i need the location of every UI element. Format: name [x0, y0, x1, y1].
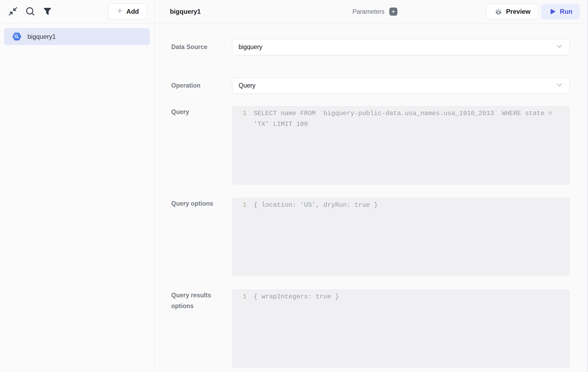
field-row-data-source: Data Source bigquery — [171, 39, 570, 55]
query-code-editor[interactable]: 1 SELECT name FROM `bigquery-public-data… — [232, 106, 570, 184]
query-options-text: { location: 'US', dryRun: true } — [247, 200, 569, 211]
search-button[interactable] — [24, 6, 36, 18]
search-icon — [25, 6, 36, 18]
query-editor-panel: bigquery1 Parameters — [154, 0, 588, 372]
editor-header: bigquery1 Parameters — [154, 0, 588, 23]
preview-button[interactable]: Preview — [486, 4, 539, 19]
collapse-sidebar-button[interactable] — [7, 6, 19, 18]
chevron-down-icon — [555, 42, 564, 52]
query-results-options-editor[interactable]: 1 { wrapIntegers: true } — [232, 290, 570, 368]
query-options-editor[interactable]: 1 { location: 'US', dryRun: true } — [232, 198, 570, 276]
add-button-label: Add — [126, 8, 139, 15]
operation-select[interactable]: Query — [232, 77, 570, 94]
page-title: bigquery1 — [170, 8, 201, 15]
operation-value: Query — [239, 82, 256, 89]
line-number: 1 — [232, 291, 247, 302]
chevron-down-icon — [555, 81, 564, 91]
filter-icon — [42, 6, 52, 17]
field-row-query-results-options: Query results options 1 { wrapIntegers: … — [171, 290, 570, 368]
add-parameter-button[interactable] — [389, 8, 397, 16]
bigquery-icon — [12, 32, 22, 41]
plus-icon — [391, 9, 396, 14]
run-button[interactable]: Run — [541, 4, 580, 19]
query-sidebar: Add bigquery1 — [0, 0, 154, 372]
plus-icon — [117, 8, 123, 16]
collapse-icon — [8, 6, 18, 18]
parameters-label: Parameters — [352, 8, 384, 15]
field-row-query-options: Query options 1 { location: 'US', dryRun… — [171, 198, 570, 276]
query-config-form: Data Source bigquery Operation Query — [154, 23, 588, 372]
filter-button[interactable] — [41, 6, 53, 18]
field-label: Query options — [171, 198, 232, 209]
query-item-label: bigquery1 — [27, 33, 56, 40]
data-source-value: bigquery — [239, 43, 262, 51]
field-label: Query results options — [171, 290, 232, 311]
data-source-select[interactable]: bigquery — [232, 39, 570, 55]
eye-icon — [494, 8, 503, 16]
add-query-button[interactable]: Add — [108, 4, 147, 20]
field-label: Data Source — [171, 42, 232, 53]
field-row-query: Query 1 SELECT name FROM `bigquery-publi… — [171, 106, 570, 184]
field-label: Operation — [171, 80, 232, 91]
query-list-item-bigquery1[interactable]: bigquery1 — [4, 28, 150, 45]
line-number: 1 — [232, 108, 247, 119]
play-icon — [549, 8, 556, 15]
run-button-label: Run — [560, 8, 572, 15]
field-label: Query — [171, 106, 232, 118]
query-list: bigquery1 — [0, 23, 154, 50]
sidebar-toolbar: Add — [0, 0, 154, 23]
line-number: 1 — [232, 200, 247, 211]
query-results-options-text: { wrapIntegers: true } — [247, 291, 569, 302]
app-window: Add bigquery1 — [0, 0, 588, 372]
field-row-operation: Operation Query — [171, 77, 570, 94]
preview-button-label: Preview — [506, 8, 531, 15]
query-code-text: SELECT name FROM `bigquery-public-data.u… — [247, 108, 569, 130]
